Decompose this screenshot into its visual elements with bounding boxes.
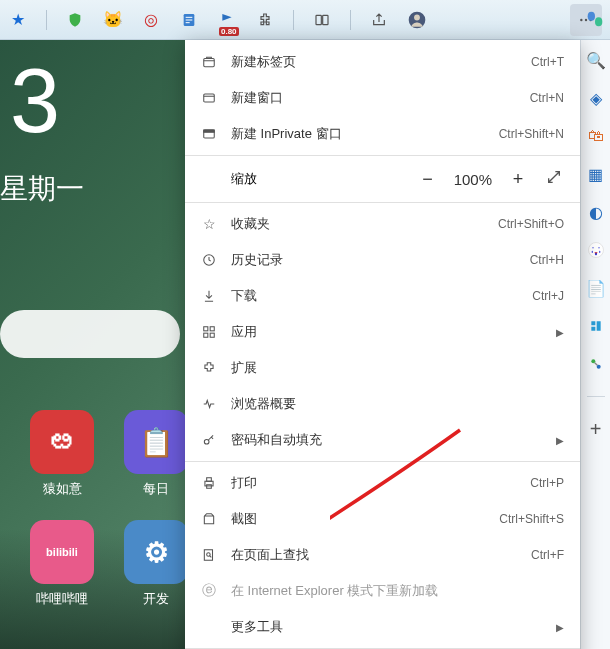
shopping-icon[interactable]: 🛍 xyxy=(586,126,606,146)
svg-point-17 xyxy=(204,439,209,444)
zoom-in-button[interactable]: + xyxy=(508,169,528,190)
label: 扩展 xyxy=(231,359,564,377)
menu-apps[interactable]: 应用 ▶ xyxy=(185,314,580,350)
rewards-icon[interactable]: ◈ xyxy=(586,88,606,108)
menu-extensions[interactable]: 扩展 xyxy=(185,350,580,386)
note-icon[interactable] xyxy=(179,10,199,30)
label: 新建标签页 xyxy=(231,53,517,71)
menu-zoom: 缩放 − 100% + xyxy=(185,159,580,199)
games-icon[interactable]: ◐ xyxy=(586,202,606,222)
shield-icon[interactable] xyxy=(65,10,85,30)
history-icon xyxy=(201,253,217,267)
svg-rect-11 xyxy=(204,130,215,132)
shortcut: Ctrl+H xyxy=(530,253,564,267)
window-icon xyxy=(201,91,217,105)
menu-downloads[interactable]: 下载 Ctrl+J xyxy=(185,278,580,314)
tile-dev[interactable]: ⚙ 开发 xyxy=(124,520,188,608)
extensions-icon[interactable] xyxy=(255,10,275,30)
menu-browser-essentials[interactable]: 浏览器概要 xyxy=(185,386,580,422)
menu-ie-reload: ⓔ 在 Internet Explorer 模式下重新加载 xyxy=(185,573,580,609)
fullscreen-button[interactable] xyxy=(544,169,564,190)
label: 应用 xyxy=(231,323,542,341)
menu-separator xyxy=(185,461,580,462)
zoom-out-button[interactable]: − xyxy=(418,169,438,190)
chevron-right-icon: ▶ xyxy=(556,435,564,446)
tile-label: 哔哩哔哩 xyxy=(36,590,88,608)
svg-rect-9 xyxy=(204,94,215,102)
svg-rect-21 xyxy=(204,550,212,561)
menu-favorites[interactable]: ☆ 收藏夹 Ctrl+Shift+O xyxy=(185,206,580,242)
weekday-label: 星期一 xyxy=(0,170,84,208)
menu-history[interactable]: 历史记录 Ctrl+H xyxy=(185,242,580,278)
menu-screenshot[interactable]: 截图 Ctrl+Shift+S xyxy=(185,501,580,537)
separator xyxy=(46,10,47,30)
quick-links-row-1: ೞ 猿如意 📋 每日 xyxy=(30,410,188,498)
tile-yuanruyi[interactable]: ೞ 猿如意 xyxy=(30,410,94,498)
screenshot-icon xyxy=(201,512,217,526)
tile-bilibili[interactable]: bilibili 哔哩哔哩 xyxy=(30,520,94,608)
label: 在 Internet Explorer 模式下重新加载 xyxy=(231,582,564,600)
tile-label: 猿如意 xyxy=(43,480,82,498)
tile-icon: ⚙ xyxy=(124,520,188,584)
star-icon: ☆ xyxy=(201,216,217,232)
chevron-right-icon: ▶ xyxy=(556,327,564,338)
search-bar[interactable] xyxy=(0,310,180,358)
menu-passwords[interactable]: 密码和自动填充 ▶ xyxy=(185,422,580,458)
separator xyxy=(350,10,351,30)
label: 在页面上查找 xyxy=(231,546,517,564)
tools-icon[interactable]: ▦ xyxy=(586,164,606,184)
key-icon xyxy=(201,433,217,447)
flag-icon[interactable]: 0.80 xyxy=(217,10,237,30)
shortcut: Ctrl+Shift+N xyxy=(499,127,564,141)
target-icon[interactable]: ◎ xyxy=(141,10,161,30)
menu-print[interactable]: 打印 Ctrl+P xyxy=(185,465,580,501)
label: 新建窗口 xyxy=(231,89,516,107)
right-sidebar: 🔍 ◈ 🛍 ▦ ◐ 📄 + xyxy=(580,40,610,649)
tile-icon: 📋 xyxy=(124,410,188,474)
menu-new-tab[interactable]: 新建标签页 Ctrl+T xyxy=(185,44,580,80)
svg-rect-16 xyxy=(210,333,214,337)
menu-new-window[interactable]: 新建窗口 Ctrl+N xyxy=(185,80,580,116)
menu-more-tools[interactable]: 更多工具 ▶ xyxy=(185,609,580,645)
tencent-icon[interactable] xyxy=(586,316,606,336)
doc-icon[interactable]: 📄 xyxy=(586,278,606,298)
svg-rect-8 xyxy=(204,59,215,67)
svg-rect-2 xyxy=(323,15,328,24)
add-icon[interactable]: + xyxy=(586,419,606,439)
label: 浏览器概要 xyxy=(231,395,564,413)
label: 打印 xyxy=(231,474,516,492)
apps-icon xyxy=(201,325,217,339)
menu-new-inprivate[interactable]: 新建 InPrivate 窗口 Ctrl+Shift+N xyxy=(185,116,580,152)
new-tab-icon xyxy=(201,55,217,69)
favorite-star-icon[interactable]: ★ xyxy=(8,10,28,30)
cat-icon[interactable]: 🐱 xyxy=(103,10,123,30)
baidu-icon[interactable] xyxy=(586,240,606,260)
svg-rect-13 xyxy=(204,327,208,331)
find-icon xyxy=(201,548,217,562)
shortcut: Ctrl+F xyxy=(531,548,564,562)
label: 历史记录 xyxy=(231,251,516,269)
profile-avatar-icon[interactable] xyxy=(407,10,427,30)
svg-point-4 xyxy=(414,14,420,20)
chevron-right-icon: ▶ xyxy=(556,622,564,633)
download-icon xyxy=(201,289,217,303)
browser-toolbar: ★ 🐱 ◎ 0.80 xyxy=(0,0,610,40)
split-screen-icon[interactable] xyxy=(312,10,332,30)
label: 密码和自动填充 xyxy=(231,431,542,449)
shortcut: Ctrl+J xyxy=(532,289,564,303)
svg-rect-14 xyxy=(210,327,214,331)
settings-menu: 新建标签页 Ctrl+T 新建窗口 Ctrl+N 新建 InPrivate 窗口… xyxy=(185,40,580,649)
menu-separator xyxy=(185,155,580,156)
copilot-icon[interactable] xyxy=(582,6,608,32)
tile-icon: ೞ xyxy=(30,410,94,474)
link-icon[interactable] xyxy=(586,354,606,374)
share-icon[interactable] xyxy=(369,10,389,30)
search-icon[interactable]: 🔍 xyxy=(586,50,606,70)
inprivate-icon xyxy=(201,127,217,141)
menu-find[interactable]: 在页面上查找 Ctrl+F xyxy=(185,537,580,573)
shortcut: Ctrl+P xyxy=(530,476,564,490)
tile-icon: bilibili xyxy=(30,520,94,584)
badge: 0.80 xyxy=(219,27,239,36)
tile-label: 开发 xyxy=(143,590,169,608)
tile-daily[interactable]: 📋 每日 xyxy=(124,410,188,498)
